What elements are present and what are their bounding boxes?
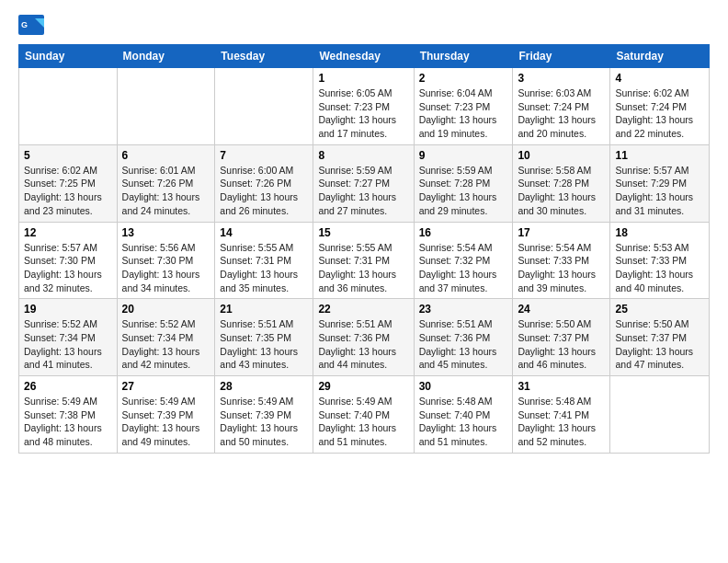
day-info: Sunrise: 6:02 AMSunset: 7:25 PMDaylight:… <box>24 164 112 218</box>
day-number: 28 <box>220 380 308 393</box>
day-info: Sunrise: 6:01 AMSunset: 7:26 PMDaylight:… <box>122 164 210 218</box>
day-cell: 28Sunrise: 5:49 AMSunset: 7:39 PMDayligh… <box>215 376 313 454</box>
day-cell: 22Sunrise: 5:51 AMSunset: 7:36 PMDayligh… <box>313 299 414 376</box>
day-cell: 13Sunrise: 5:56 AMSunset: 7:30 PMDayligh… <box>117 222 215 299</box>
day-info: Sunrise: 5:55 AMSunset: 7:31 PMDaylight:… <box>318 241 408 295</box>
weekday-header-thursday: Thursday <box>414 45 513 68</box>
day-cell: 5Sunrise: 6:02 AMSunset: 7:25 PMDaylight… <box>19 144 118 222</box>
day-number: 15 <box>318 226 408 239</box>
day-info: Sunrise: 5:49 AMSunset: 7:39 PMDaylight:… <box>122 395 210 449</box>
day-cell: 24Sunrise: 5:50 AMSunset: 7:37 PMDayligh… <box>513 299 610 376</box>
day-number: 14 <box>220 226 308 239</box>
day-cell: 20Sunrise: 5:52 AMSunset: 7:34 PMDayligh… <box>117 299 215 376</box>
day-info: Sunrise: 5:57 AMSunset: 7:30 PMDaylight:… <box>24 241 112 295</box>
logo: G <box>18 15 48 35</box>
day-number: 12 <box>24 226 112 239</box>
week-row-2: 5Sunrise: 6:02 AMSunset: 7:25 PMDaylight… <box>19 144 710 222</box>
day-info: Sunrise: 6:02 AMSunset: 7:24 PMDaylight:… <box>615 86 704 141</box>
week-row-5: 26Sunrise: 5:49 AMSunset: 7:38 PMDayligh… <box>19 376 710 454</box>
day-cell: 29Sunrise: 5:49 AMSunset: 7:40 PMDayligh… <box>313 376 414 454</box>
day-cell: 31Sunrise: 5:48 AMSunset: 7:41 PMDayligh… <box>513 376 610 454</box>
day-number: 22 <box>318 303 408 316</box>
day-cell: 15Sunrise: 5:55 AMSunset: 7:31 PMDayligh… <box>313 222 414 299</box>
day-info: Sunrise: 5:59 AMSunset: 7:27 PMDaylight:… <box>318 164 408 218</box>
logo-icon: G <box>18 15 44 35</box>
day-cell: 16Sunrise: 5:54 AMSunset: 7:32 PMDayligh… <box>414 222 513 299</box>
day-cell <box>117 68 215 145</box>
day-cell: 26Sunrise: 5:49 AMSunset: 7:38 PMDayligh… <box>19 376 118 454</box>
day-info: Sunrise: 5:48 AMSunset: 7:41 PMDaylight:… <box>518 395 605 449</box>
day-number: 1 <box>318 72 408 85</box>
day-number: 25 <box>615 303 704 316</box>
day-info: Sunrise: 5:54 AMSunset: 7:32 PMDaylight:… <box>419 241 508 295</box>
day-number: 23 <box>419 303 508 316</box>
day-cell: 2Sunrise: 6:04 AMSunset: 7:23 PMDaylight… <box>414 68 513 145</box>
day-info: Sunrise: 5:52 AMSunset: 7:34 PMDaylight:… <box>122 317 210 372</box>
day-cell: 8Sunrise: 5:59 AMSunset: 7:27 PMDaylight… <box>313 144 414 222</box>
day-cell: 23Sunrise: 5:51 AMSunset: 7:36 PMDayligh… <box>414 299 513 376</box>
day-info: Sunrise: 5:59 AMSunset: 7:28 PMDaylight:… <box>419 164 508 218</box>
week-row-4: 19Sunrise: 5:52 AMSunset: 7:34 PMDayligh… <box>19 299 710 376</box>
day-number: 7 <box>220 149 308 162</box>
day-info: Sunrise: 5:51 AMSunset: 7:36 PMDaylight:… <box>318 317 408 372</box>
day-cell: 10Sunrise: 5:58 AMSunset: 7:28 PMDayligh… <box>513 144 610 222</box>
week-row-1: 1Sunrise: 6:05 AMSunset: 7:23 PMDaylight… <box>19 68 710 145</box>
day-number: 9 <box>419 149 508 162</box>
day-cell: 18Sunrise: 5:53 AMSunset: 7:33 PMDayligh… <box>610 222 710 299</box>
day-number: 6 <box>122 149 210 162</box>
weekday-header-monday: Monday <box>117 45 215 68</box>
day-number: 30 <box>419 380 508 393</box>
day-cell: 4Sunrise: 6:02 AMSunset: 7:24 PMDaylight… <box>610 68 710 145</box>
week-row-3: 12Sunrise: 5:57 AMSunset: 7:30 PMDayligh… <box>19 222 710 299</box>
day-info: Sunrise: 6:04 AMSunset: 7:23 PMDaylight:… <box>419 86 508 141</box>
day-info: Sunrise: 5:49 AMSunset: 7:39 PMDaylight:… <box>220 395 308 449</box>
day-cell: 27Sunrise: 5:49 AMSunset: 7:39 PMDayligh… <box>117 376 215 454</box>
day-cell: 17Sunrise: 5:54 AMSunset: 7:33 PMDayligh… <box>513 222 610 299</box>
day-cell <box>610 376 710 454</box>
day-cell: 25Sunrise: 5:50 AMSunset: 7:37 PMDayligh… <box>610 299 710 376</box>
day-info: Sunrise: 5:53 AMSunset: 7:33 PMDaylight:… <box>615 241 704 295</box>
day-number: 4 <box>615 72 704 85</box>
day-cell: 9Sunrise: 5:59 AMSunset: 7:28 PMDaylight… <box>414 144 513 222</box>
calendar-table: SundayMondayTuesdayWednesdayThursdayFrid… <box>18 44 710 454</box>
weekday-header-sunday: Sunday <box>19 45 118 68</box>
day-number: 5 <box>24 149 112 162</box>
day-number: 2 <box>419 72 508 85</box>
weekday-header-friday: Friday <box>513 45 610 68</box>
weekday-header-tuesday: Tuesday <box>215 45 313 68</box>
day-info: Sunrise: 6:00 AMSunset: 7:26 PMDaylight:… <box>220 164 308 218</box>
day-info: Sunrise: 5:49 AMSunset: 7:38 PMDaylight:… <box>24 395 112 449</box>
day-info: Sunrise: 5:51 AMSunset: 7:35 PMDaylight:… <box>220 317 308 372</box>
day-cell: 21Sunrise: 5:51 AMSunset: 7:35 PMDayligh… <box>215 299 313 376</box>
day-cell: 7Sunrise: 6:00 AMSunset: 7:26 PMDaylight… <box>215 144 313 222</box>
day-cell <box>215 68 313 145</box>
day-cell: 30Sunrise: 5:48 AMSunset: 7:40 PMDayligh… <box>414 376 513 454</box>
day-info: Sunrise: 5:58 AMSunset: 7:28 PMDaylight:… <box>518 164 605 218</box>
day-cell: 19Sunrise: 5:52 AMSunset: 7:34 PMDayligh… <box>19 299 118 376</box>
day-cell: 1Sunrise: 6:05 AMSunset: 7:23 PMDaylight… <box>313 68 414 145</box>
day-number: 16 <box>419 226 508 239</box>
calendar-page: G SundayMondayTuesdayWednesdayThursdayFr… <box>0 0 728 563</box>
day-cell: 3Sunrise: 6:03 AMSunset: 7:24 PMDaylight… <box>513 68 610 145</box>
day-number: 20 <box>122 303 210 316</box>
day-cell: 11Sunrise: 5:57 AMSunset: 7:29 PMDayligh… <box>610 144 710 222</box>
weekday-header-wednesday: Wednesday <box>313 45 414 68</box>
day-number: 10 <box>518 149 605 162</box>
day-info: Sunrise: 5:52 AMSunset: 7:34 PMDaylight:… <box>24 317 112 372</box>
day-info: Sunrise: 5:57 AMSunset: 7:29 PMDaylight:… <box>615 164 704 218</box>
header: G <box>18 15 710 35</box>
day-info: Sunrise: 5:51 AMSunset: 7:36 PMDaylight:… <box>419 317 508 372</box>
day-info: Sunrise: 5:56 AMSunset: 7:30 PMDaylight:… <box>122 241 210 295</box>
day-number: 31 <box>518 380 605 393</box>
day-number: 29 <box>318 380 408 393</box>
day-number: 18 <box>615 226 704 239</box>
day-info: Sunrise: 6:03 AMSunset: 7:24 PMDaylight:… <box>518 86 605 141</box>
day-cell: 12Sunrise: 5:57 AMSunset: 7:30 PMDayligh… <box>19 222 118 299</box>
day-number: 17 <box>518 226 605 239</box>
day-number: 11 <box>615 149 704 162</box>
day-cell: 14Sunrise: 5:55 AMSunset: 7:31 PMDayligh… <box>215 222 313 299</box>
day-number: 26 <box>24 380 112 393</box>
day-info: Sunrise: 5:54 AMSunset: 7:33 PMDaylight:… <box>518 241 605 295</box>
day-info: Sunrise: 5:48 AMSunset: 7:40 PMDaylight:… <box>419 395 508 449</box>
svg-text:G: G <box>21 20 28 29</box>
